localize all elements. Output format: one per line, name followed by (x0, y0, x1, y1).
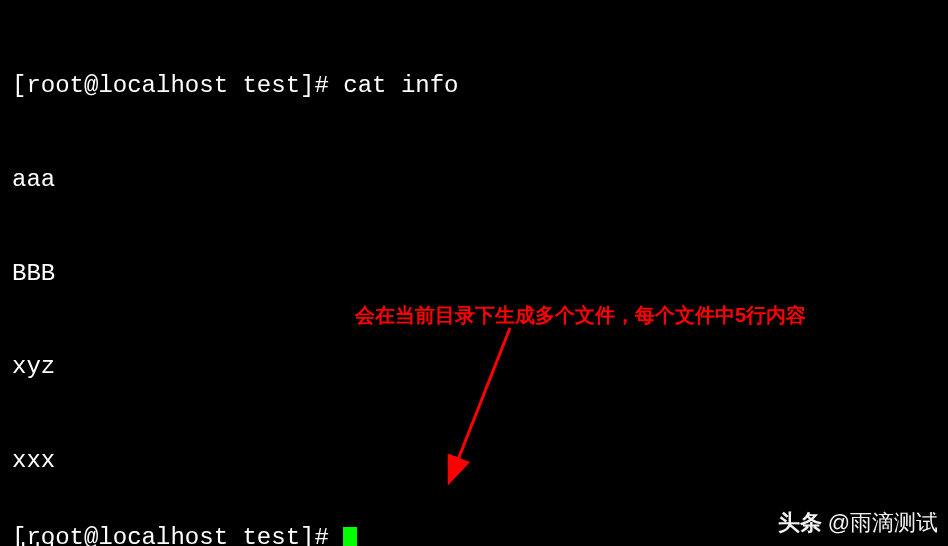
output-line: BBB (12, 258, 936, 289)
output-line: xxx (12, 445, 936, 476)
prompt-line-3-partial: [root@localhost test]# (12, 522, 357, 546)
command-cat: cat info (343, 72, 458, 99)
watermark-handle: @雨滴测试 (828, 509, 938, 538)
annotation-text: 会在当前目录下生成多个文件，每个文件中5行内容 (355, 302, 806, 328)
shell-prompt: [root@localhost test]# (12, 524, 343, 546)
terminal-output: [root@localhost test]# cat info aaa BBB … (12, 8, 936, 546)
shell-prompt: [root@localhost test]# (12, 72, 343, 99)
output-line: xyz (12, 351, 936, 382)
output-line: aaa (12, 164, 936, 195)
prompt-line-1: [root@localhost test]# cat info (12, 70, 936, 101)
watermark: 头条 @雨滴测试 (778, 509, 938, 538)
watermark-label: 头条 (778, 509, 822, 538)
cursor-block (343, 527, 357, 546)
